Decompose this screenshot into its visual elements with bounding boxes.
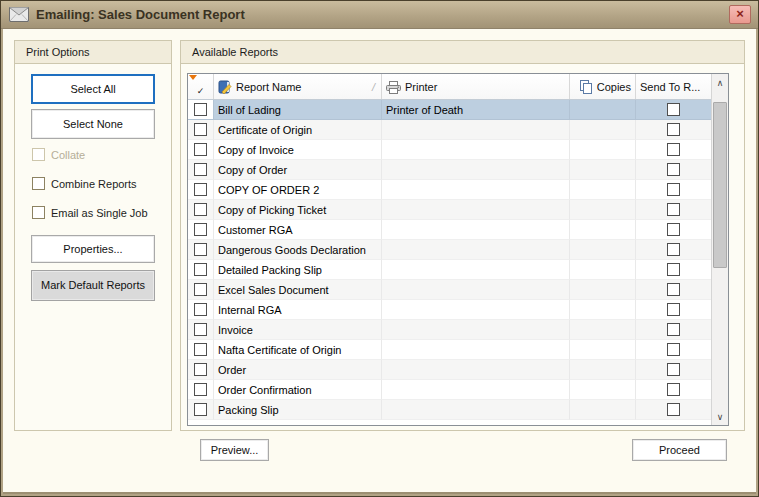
printer-cell[interactable] <box>382 120 570 140</box>
send-to-cell[interactable] <box>636 340 711 360</box>
printer-cell[interactable] <box>382 280 570 300</box>
report-name-cell[interactable]: Bill of Lading <box>214 100 382 120</box>
table-row[interactable]: Excel Sales Document <box>188 280 711 300</box>
row-select-cell[interactable] <box>188 120 214 140</box>
copies-cell[interactable] <box>570 220 636 240</box>
copies-cell[interactable] <box>570 280 636 300</box>
send-to-checkbox[interactable] <box>667 263 680 276</box>
row-select-cell[interactable] <box>188 280 214 300</box>
row-checkbox[interactable] <box>194 323 207 336</box>
row-checkbox[interactable] <box>194 223 207 236</box>
printer-cell[interactable] <box>382 240 570 260</box>
row-select-cell[interactable] <box>188 340 214 360</box>
send-to-checkbox[interactable] <box>667 203 680 216</box>
send-to-cell[interactable] <box>636 380 711 400</box>
send-to-cell[interactable] <box>636 160 711 180</box>
combine-reports-checkbox[interactable]: Combine Reports <box>32 177 137 190</box>
send-to-cell[interactable] <box>636 260 711 280</box>
table-row[interactable]: Copy of Order <box>188 160 711 180</box>
row-select-cell[interactable] <box>188 100 214 120</box>
row-select-cell[interactable] <box>188 180 214 200</box>
send-to-checkbox[interactable] <box>667 343 680 356</box>
send-to-cell[interactable] <box>636 180 711 200</box>
table-row[interactable]: Nafta Certificate of Origin <box>188 340 711 360</box>
send-to-cell[interactable] <box>636 360 711 380</box>
printer-cell[interactable] <box>382 360 570 380</box>
copies-cell[interactable] <box>570 320 636 340</box>
send-to-cell[interactable] <box>636 280 711 300</box>
send-to-checkbox[interactable] <box>667 163 680 176</box>
printer-cell[interactable] <box>382 220 570 240</box>
row-checkbox[interactable] <box>194 203 207 216</box>
copies-cell[interactable] <box>570 140 636 160</box>
copies-cell[interactable] <box>570 100 636 120</box>
row-select-cell[interactable] <box>188 160 214 180</box>
copies-cell[interactable] <box>570 120 636 140</box>
copies-cell[interactable] <box>570 400 636 420</box>
row-checkbox[interactable] <box>194 143 207 156</box>
send-to-column-header[interactable]: Send To R... <box>636 74 711 99</box>
scroll-down-icon[interactable]: ∨ <box>712 408 728 425</box>
send-to-cell[interactable] <box>636 220 711 240</box>
row-select-cell[interactable] <box>188 380 214 400</box>
send-to-cell[interactable] <box>636 120 711 140</box>
send-to-checkbox[interactable] <box>667 323 680 336</box>
table-row[interactable]: Packing Slip <box>188 400 711 420</box>
printer-cell[interactable] <box>382 340 570 360</box>
copies-cell[interactable] <box>570 300 636 320</box>
row-select-cell[interactable] <box>188 200 214 220</box>
report-name-cell[interactable]: Internal RGA <box>214 300 382 320</box>
row-select-cell[interactable] <box>188 320 214 340</box>
send-to-cell[interactable] <box>636 140 711 160</box>
row-select-cell[interactable] <box>188 300 214 320</box>
row-checkbox[interactable] <box>194 303 207 316</box>
printer-cell[interactable] <box>382 400 570 420</box>
table-row[interactable]: Invoice <box>188 320 711 340</box>
printer-cell[interactable] <box>382 380 570 400</box>
report-name-cell[interactable]: Copy of Picking Ticket <box>214 200 382 220</box>
send-to-checkbox[interactable] <box>667 283 680 296</box>
report-name-cell[interactable]: COPY OF ORDER 2 <box>214 180 382 200</box>
printer-cell[interactable]: Printer of Death <box>382 100 570 120</box>
row-select-cell[interactable] <box>188 220 214 240</box>
row-checkbox[interactable] <box>194 243 207 256</box>
row-select-cell[interactable] <box>188 400 214 420</box>
row-checkbox[interactable] <box>194 383 207 396</box>
report-name-cell[interactable]: Order <box>214 360 382 380</box>
report-name-cell[interactable]: Copy of Order <box>214 160 382 180</box>
send-to-cell[interactable] <box>636 200 711 220</box>
send-to-checkbox[interactable] <box>667 363 680 376</box>
table-row[interactable]: Internal RGA <box>188 300 711 320</box>
email-single-job-checkbox[interactable]: Email as Single Job <box>32 206 148 219</box>
report-name-cell[interactable]: Detailed Packing Slip <box>214 260 382 280</box>
row-checkbox[interactable] <box>194 103 207 116</box>
report-name-cell[interactable]: Excel Sales Document <box>214 280 382 300</box>
row-checkbox[interactable] <box>194 363 207 376</box>
row-checkbox[interactable] <box>194 283 207 296</box>
send-to-cell[interactable] <box>636 300 711 320</box>
report-name-cell[interactable]: Nafta Certificate of Origin <box>214 340 382 360</box>
printer-cell[interactable] <box>382 260 570 280</box>
scroll-up-icon[interactable]: ∧ <box>712 74 728 91</box>
email-single-job-checkbox-box[interactable] <box>32 206 45 219</box>
table-row[interactable]: Dangerous Goods Declaration <box>188 240 711 260</box>
table-row[interactable]: Order <box>188 360 711 380</box>
copies-cell[interactable] <box>570 160 636 180</box>
printer-cell[interactable] <box>382 140 570 160</box>
printer-cell[interactable] <box>382 160 570 180</box>
table-row[interactable]: Copy of Invoice <box>188 140 711 160</box>
report-name-cell[interactable]: Order Confirmation <box>214 380 382 400</box>
copies-cell[interactable] <box>570 260 636 280</box>
table-row[interactable]: Copy of Picking Ticket <box>188 200 711 220</box>
table-row[interactable]: Detailed Packing Slip <box>188 260 711 280</box>
printer-cell[interactable] <box>382 300 570 320</box>
report-name-cell[interactable]: Certificate of Origin <box>214 120 382 140</box>
row-checkbox[interactable] <box>194 343 207 356</box>
row-checkbox[interactable] <box>194 183 207 196</box>
printer-cell[interactable] <box>382 200 570 220</box>
send-to-checkbox[interactable] <box>667 303 680 316</box>
send-to-checkbox[interactable] <box>667 123 680 136</box>
proceed-button[interactable]: Proceed <box>632 439 727 461</box>
report-name-column-header[interactable]: Report Name / <box>214 74 382 99</box>
vertical-scrollbar[interactable]: ∧ ∨ <box>711 74 728 425</box>
